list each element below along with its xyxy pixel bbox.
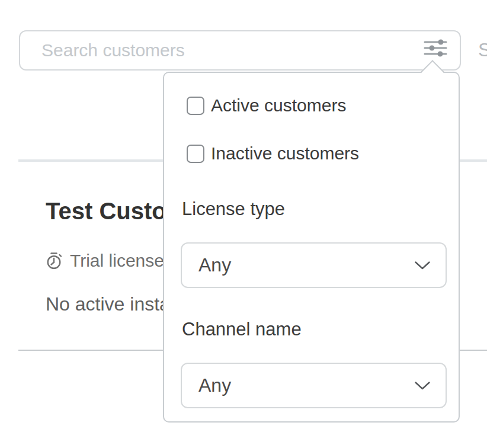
- active-customers-checkbox[interactable]: [187, 97, 204, 115]
- sliders-icon: [424, 39, 447, 57]
- channel-name-select[interactable]: Any: [181, 363, 447, 408]
- customers-page: Test Customer Trial license No active in…: [0, 0, 487, 448]
- inactive-customers-label: Inactive customers: [211, 143, 359, 164]
- inactive-customers-option[interactable]: Inactive customers: [187, 143, 359, 164]
- active-customers-option[interactable]: Active customers: [187, 95, 346, 116]
- license-type-field-label: License type: [182, 199, 285, 220]
- search-input[interactable]: [20, 31, 460, 69]
- license-type-select[interactable]: Any: [181, 242, 447, 288]
- license-badge-row: Trial license: [45, 251, 164, 271]
- search-box: [19, 30, 461, 71]
- license-type-text: Trial license: [70, 251, 164, 271]
- license-type-select-value: Any: [182, 254, 415, 276]
- filter-button[interactable]: [421, 36, 450, 60]
- filter-popover: Active customers Inactive customers Lice…: [163, 72, 460, 423]
- chevron-down-icon: [415, 382, 446, 390]
- clipped-neighbor-text: S: [478, 39, 487, 61]
- active-customers-label: Active customers: [211, 95, 346, 116]
- inactive-customers-checkbox[interactable]: [187, 145, 204, 163]
- timer-icon: [45, 252, 63, 270]
- chevron-down-icon: [415, 261, 446, 270]
- channel-name-field-label: Channel name: [182, 319, 302, 340]
- channel-name-select-value: Any: [182, 375, 415, 396]
